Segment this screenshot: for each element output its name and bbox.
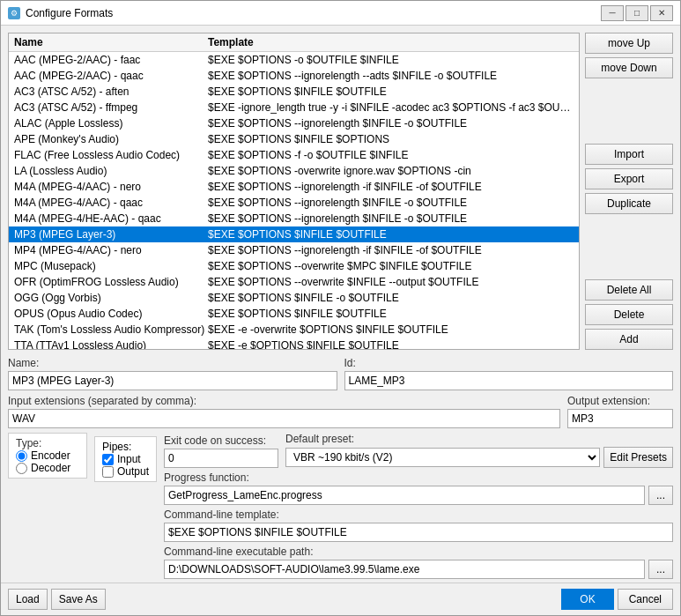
pipe-input-text: Input [117, 453, 141, 465]
exit-code-input[interactable] [164, 449, 278, 468]
default-preset-label: Default preset: [285, 433, 673, 445]
pipe-input-checkbox[interactable] [102, 454, 114, 465]
default-preset-select[interactable]: VBR ~190 kbit/s (V2) [285, 448, 600, 467]
list-rows: AAC (MPEG-2/AAC) - faac$EXE $OPTIONS -o … [9, 52, 579, 350]
encoder-radio-label[interactable]: Encoder [16, 449, 79, 462]
main-content: Name Template AAC (MPEG-2/AAC) - faac$EX… [1, 26, 680, 583]
window-icon: ⚙ [8, 7, 20, 19]
row-template: $EXE $OPTIONS $INFILE $OUTFILE [208, 308, 574, 320]
row-name: MPC (Musepack) [14, 260, 208, 272]
cancel-button[interactable]: Cancel [618, 589, 673, 610]
row-name: OPUS (Opus Audio Codec) [14, 308, 208, 320]
list-row[interactable]: M4A (MPEG-4/AAC) - nero$EXE $OPTIONS --i… [9, 179, 579, 195]
encoder-label: Encoder [31, 449, 70, 462]
formats-list-container[interactable]: Name Template AAC (MPEG-2/AAC) - faac$EX… [8, 33, 580, 350]
row-template: $EXE $OPTIONS $INFILE -o $OUTFILE [208, 292, 574, 304]
list-row[interactable]: OGG (Ogg Vorbis)$EXE $OPTIONS $INFILE -o… [9, 290, 579, 306]
list-row[interactable]: APE (Monkey's Audio)$EXE $OPTIONS $INFIL… [9, 131, 579, 147]
id-input[interactable] [344, 371, 674, 390]
move-down-button[interactable]: move Down [585, 57, 673, 78]
row-template: $EXE -e $OPTIONS $INFILE $OUTFILE [208, 339, 574, 350]
decoder-label: Decoder [31, 462, 70, 474]
list-row[interactable]: OFR (OptimFROG Lossless Audio)$EXE $OPTI… [9, 274, 579, 290]
pipe-input-label[interactable]: Input [102, 453, 149, 465]
list-row[interactable]: MP3 (MPEG Layer-3)$EXE $OPTIONS $INFILE … [9, 226, 579, 242]
edit-presets-button[interactable]: Edit Presets [603, 447, 673, 468]
exe-path-input[interactable] [164, 560, 645, 579]
list-row[interactable]: TTA (TTAv1 Lossless Audio)$EXE -e $OPTIO… [9, 338, 579, 350]
exe-path-label: Command-line executable path: [164, 545, 673, 558]
row-name: AAC (MPEG-2/AAC) - qaac [14, 70, 208, 82]
encoder-radio[interactable] [16, 450, 27, 462]
row-name: TAK (Tom's Lossless Audio Kompressor) [14, 323, 208, 336]
list-row[interactable]: AAC (MPEG-2/AAC) - qaac$EXE $OPTIONS --i… [9, 68, 579, 84]
exit-preset-row: Exit code on success: Default preset: VB… [164, 433, 673, 468]
progress-input[interactable] [164, 486, 645, 505]
export-button[interactable]: Export [585, 168, 673, 189]
row-name: OFR (OptimFROG Lossless Audio) [14, 276, 208, 288]
preset-select-row: VBR ~190 kbit/s (V2) Edit Presets [285, 447, 673, 468]
list-row[interactable]: AAC (MPEG-2/AAC) - faac$EXE $OPTIONS -o … [9, 52, 579, 68]
import-button[interactable]: Import [585, 144, 673, 165]
exit-code-group: Exit code on success: [164, 434, 278, 468]
pipe-output-label[interactable]: Output [102, 465, 149, 478]
row-name: ALAC (Apple Lossless) [14, 117, 208, 130]
close-button[interactable]: ✕ [650, 5, 673, 21]
row-name: AAC (MPEG-2/AAC) - faac [14, 54, 208, 66]
decoder-radio[interactable] [16, 463, 27, 474]
id-label: Id: [344, 357, 674, 369]
list-row[interactable]: MP4 (MPEG-4/AAC) - nero$EXE $OPTIONS --i… [9, 242, 579, 258]
list-row[interactable]: ALAC (Apple Lossless)$EXE $OPTIONS --ign… [9, 115, 579, 131]
name-label: Name: [8, 357, 337, 369]
input-ext-input[interactable] [8, 409, 560, 428]
list-row[interactable]: OPUS (Opus Audio Codec)$EXE $OPTIONS $IN… [9, 306, 579, 322]
cmdline-input[interactable] [164, 523, 673, 542]
name-id-row: Name: Id: [8, 357, 673, 390]
delete-all-button[interactable]: Delete All [585, 279, 673, 301]
list-row[interactable]: LA (Lossless Audio)$EXE $OPTIONS -overwr… [9, 163, 579, 179]
list-header: Name Template [9, 33, 579, 52]
pipe-output-checkbox[interactable] [102, 466, 114, 478]
list-row[interactable]: FLAC (Free Lossless Audio Codec)$EXE $OP… [9, 147, 579, 163]
list-row[interactable]: M4A (MPEG-4/HE-AAC) - qaac$EXE $OPTIONS … [9, 211, 579, 226]
save-as-button[interactable]: Save As [51, 589, 106, 610]
ok-button[interactable]: OK [561, 589, 613, 610]
delete-button[interactable]: Delete [585, 304, 673, 325]
list-row[interactable]: M4A (MPEG-4/AAC) - qaac$EXE $OPTIONS --i… [9, 195, 579, 211]
bottom-form-area: Name: Id: Input extensions (separated by… [1, 353, 680, 583]
progress-ellipsis-button[interactable]: ... [648, 486, 673, 505]
list-row[interactable]: AC3 (ATSC A/52) - ffmpeg$EXE -ignore_len… [9, 100, 579, 115]
list-row[interactable]: MPC (Musepack)$EXE $OPTIONS --overwrite … [9, 258, 579, 274]
row-template: $EXE $OPTIONS --ignorelength $INFILE -o … [208, 197, 574, 209]
right-form: Exit code on success: Default preset: VB… [164, 433, 673, 579]
input-ext-label: Input extensions (separated by comma): [8, 395, 560, 407]
footer-left: Load Save As [8, 589, 106, 610]
duplicate-button[interactable]: Duplicate [585, 193, 673, 214]
formats-list-panel: Name Template AAC (MPEG-2/AAC) - faac$EX… [8, 33, 580, 350]
list-row[interactable]: AC3 (ATSC A/52) - aften$EXE $OPTIONS $IN… [9, 84, 579, 100]
minimize-button[interactable]: ─ [601, 5, 624, 21]
move-up-button[interactable]: move Up [585, 33, 673, 54]
pipes-group: Pipes: Input Output [94, 436, 157, 482]
output-ext-input[interactable] [567, 409, 673, 428]
row-template: $EXE $OPTIONS -f -o $OUTFILE $INFILE [208, 149, 574, 161]
row-template: $EXE $OPTIONS --ignorelength -if $INFILE… [208, 181, 574, 193]
decoder-radio-label[interactable]: Decoder [16, 462, 79, 474]
row-template: $EXE $OPTIONS $INFILE $OPTIONS [208, 133, 574, 145]
row-template: $EXE -e -overwrite $OPTIONS $INFILE $OUT… [208, 323, 574, 336]
list-row[interactable]: TAK (Tom's Lossless Audio Kompressor)$EX… [9, 322, 579, 338]
row-name: MP3 (MPEG Layer-3) [14, 228, 208, 241]
row-name: MP4 (MPEG-4/AAC) - nero [14, 244, 208, 256]
header-template: Template [208, 36, 574, 48]
exe-path-ellipsis-button[interactable]: ... [648, 560, 673, 579]
maximize-button[interactable]: □ [625, 5, 648, 21]
row-template: $EXE $OPTIONS --overwrite $INFILE --outp… [208, 276, 574, 288]
row-template: $EXE $OPTIONS --ignorelength $INFILE -o … [208, 117, 574, 130]
row-template: $EXE $OPTIONS $INFILE $OUTFILE [208, 228, 574, 241]
row-name: OGG (Ogg Vorbis) [14, 292, 208, 304]
name-input[interactable] [8, 371, 337, 390]
load-button[interactable]: Load [8, 589, 48, 610]
ext-row: Input extensions (separated by comma): O… [8, 395, 673, 428]
add-button[interactable]: Add [585, 329, 673, 350]
id-group: Id: [344, 357, 674, 390]
